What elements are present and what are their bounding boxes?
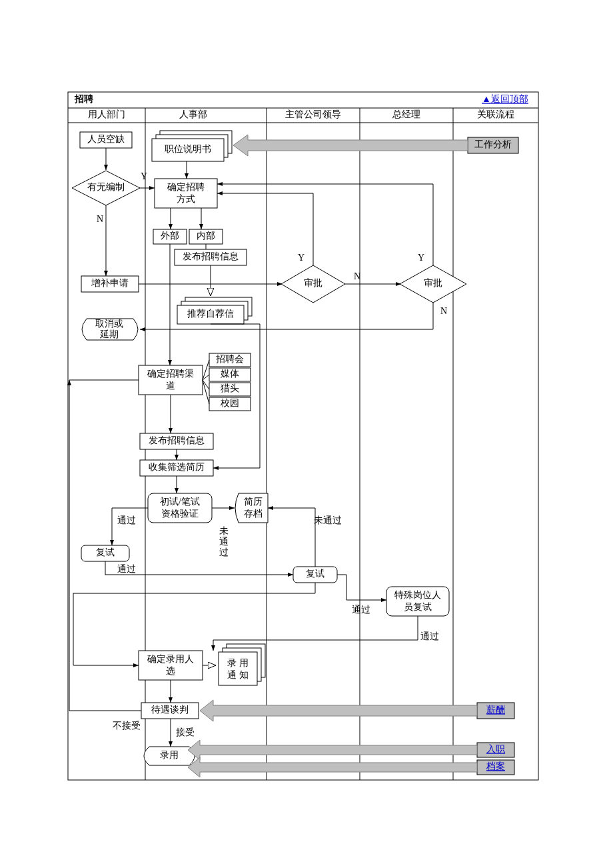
svg-text:审批: 审批	[304, 278, 322, 288]
svg-text:未: 未	[219, 526, 229, 536]
svg-text:收集筛选简历: 收集筛选简历	[149, 462, 205, 472]
svg-text:通过: 通过	[420, 631, 439, 641]
svg-text:简历: 简历	[244, 497, 263, 507]
svg-text:特殊岗位人: 特殊岗位人	[394, 590, 441, 600]
svg-text:方式: 方式	[177, 194, 195, 204]
node-recommendation: 推荐自荐信	[177, 297, 252, 324]
flowchart: 招聘 ▲返回顶部 用人部门 人事部 主管公司领导 总经理 关联流程 人员空缺 职…	[0, 0, 613, 868]
svg-text:外部: 外部	[161, 231, 179, 241]
lane-1: 用人部门	[88, 109, 125, 119]
svg-text:内部: 内部	[197, 231, 215, 241]
svg-text:人员空缺: 人员空缺	[87, 134, 125, 144]
lane-2: 人事部	[179, 109, 207, 119]
lane-4: 总经理	[392, 109, 420, 119]
svg-text:发布招聘信息: 发布招聘信息	[149, 435, 205, 445]
svg-text:确定录用人: 确定录用人	[147, 654, 194, 664]
lane-5: 关联流程	[477, 109, 514, 119]
svg-text:接受: 接受	[176, 727, 195, 737]
node-cancel: 取消或 延期	[82, 319, 138, 340]
svg-text:初试/笔试: 初试/笔试	[160, 497, 200, 507]
svg-text:确定招聘: 确定招聘	[167, 182, 205, 192]
svg-text:确定招聘渠: 确定招聘渠	[147, 369, 194, 379]
svg-text:员复试: 员复试	[404, 602, 432, 612]
svg-text:取消或: 取消或	[95, 319, 123, 329]
svg-text:延期: 延期	[99, 329, 119, 339]
svg-text:通: 通	[219, 537, 229, 547]
svg-text:通过: 通过	[117, 564, 136, 574]
svg-text:道: 道	[166, 381, 175, 391]
svg-text:录用: 录用	[160, 750, 179, 760]
svg-text:Y: Y	[298, 253, 305, 263]
svg-text:招聘会: 招聘会	[215, 354, 244, 364]
svg-text:过: 过	[219, 547, 229, 557]
svg-text:复试: 复试	[306, 569, 324, 579]
svg-text:Y: Y	[141, 171, 147, 181]
node-hire: 录用	[144, 747, 195, 765]
svg-text:推荐自荐信: 推荐自荐信	[187, 309, 234, 319]
svg-text:校园: 校园	[220, 398, 239, 408]
svg-text:审批: 审批	[424, 278, 442, 288]
svg-text:复试: 复试	[96, 547, 115, 557]
svg-text:薪酬[interactable]: 薪酬	[486, 705, 505, 715]
svg-text:猎头: 猎头	[221, 383, 239, 393]
node-job-description: 职位说明书	[152, 131, 232, 161]
svg-text:职位说明书: 职位说明书	[165, 144, 211, 154]
svg-text:未通过: 未通过	[314, 515, 342, 525]
svg-text:入职[interactable]: 入职	[486, 744, 505, 754]
svg-text:N: N	[97, 214, 103, 224]
svg-text:选: 选	[166, 666, 175, 676]
svg-text:通 知: 通 知	[227, 670, 249, 680]
svg-text:不接受: 不接受	[113, 721, 141, 731]
svg-text:通过: 通过	[117, 515, 136, 525]
svg-text:工作分析: 工作分析	[474, 139, 512, 149]
node-archive: 简历 存档	[235, 493, 268, 523]
svg-text:媒体: 媒体	[221, 369, 239, 379]
svg-text:增补申请: 增补申请	[91, 278, 129, 288]
node-offer-letter: 录 用 通 知	[219, 644, 265, 685]
svg-text:待遇谈判: 待遇谈判	[151, 705, 189, 715]
diagram-title: 招聘	[74, 94, 93, 104]
svg-text:N: N	[440, 306, 447, 316]
back-to-top-link[interactable]: ▲返回顶部	[482, 94, 528, 104]
svg-text:存档: 存档	[244, 509, 263, 519]
svg-text:有无编制: 有无编制	[87, 182, 125, 192]
svg-text:Y: Y	[418, 253, 424, 263]
svg-rect-91	[219, 652, 257, 685]
svg-text:录 用: 录 用	[227, 658, 249, 668]
svg-text:通过: 通过	[352, 605, 370, 615]
svg-text:档案[interactable]: 档案	[486, 761, 505, 771]
svg-text:N: N	[354, 271, 360, 281]
lane-3: 主管公司领导	[285, 109, 341, 119]
svg-text:发布招聘信息: 发布招聘信息	[183, 251, 239, 261]
svg-text:资格验证: 资格验证	[161, 509, 199, 519]
